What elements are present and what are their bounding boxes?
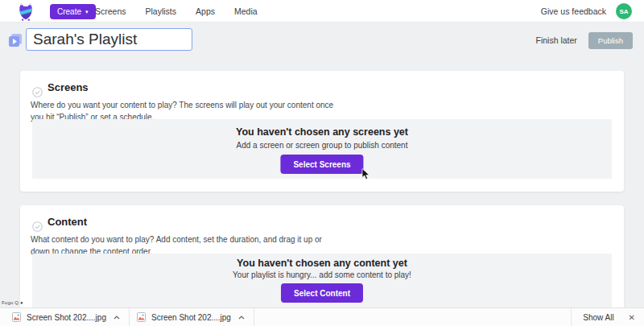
watermark-text: Fugo Q ● [2, 300, 23, 305]
screens-empty-title: You haven't chosen any screens yet [32, 126, 612, 138]
download-item[interactable]: Screen Shot 202....jpg [5, 308, 130, 326]
download-item[interactable]: Screen Shot 202....jpg [130, 308, 254, 326]
content-empty-subtitle: Your playlist is hungry... add some cont… [32, 270, 612, 279]
downloads-bar-right: Show All ✕ [571, 308, 644, 326]
close-icon[interactable]: ✕ [625, 308, 644, 326]
content-empty-title: You haven't chosen any content yet [32, 258, 612, 269]
publish-button[interactable]: Publish [588, 32, 633, 49]
nav-item-apps[interactable]: Apps [196, 6, 215, 16]
caret-up-icon[interactable] [114, 316, 120, 320]
select-content-button[interactable]: Select Content [281, 283, 363, 303]
create-button-label: Create [57, 7, 81, 16]
screens-empty-subtitle: Add a screen or screen group to publish … [32, 141, 612, 150]
user-avatar[interactable]: SA [616, 3, 632, 19]
nav-item-media[interactable]: Media [234, 6, 258, 16]
downloads-bar: Screen Shot 202....jpg Screen Shot 202..… [0, 307, 644, 326]
nav-right: Give us feedback SA [541, 0, 632, 23]
playlist-title-input[interactable] [26, 28, 192, 51]
check-circle-icon [32, 87, 43, 97]
playlist-icon [8, 33, 23, 47]
nav-item-screens[interactable]: Screens [95, 6, 126, 16]
create-button[interactable]: Create ▾ [50, 4, 96, 19]
image-file-icon [137, 312, 146, 322]
image-file-icon [12, 312, 21, 322]
fugo-logo-icon[interactable] [16, 2, 35, 21]
screens-empty-state: You haven't chosen any screens yet Add a… [32, 119, 612, 179]
top-nav: Create ▾ Screens Playlists Apps Media Gi… [0, 0, 644, 23]
nav-item-playlists[interactable]: Playlists [146, 6, 177, 16]
screens-section-title: Screens [47, 81, 89, 93]
give-feedback-link[interactable]: Give us feedback [541, 6, 606, 16]
finish-later-link[interactable]: Finish later [535, 35, 576, 45]
check-circle-icon [32, 221, 43, 232]
chevron-down-icon: ▾ [85, 9, 89, 14]
select-screens-button[interactable]: Select Screens [280, 155, 363, 174]
content-section-title: Content [47, 216, 87, 228]
screens-section-card: Screens Where do you want your content t… [20, 71, 624, 192]
nav-links: Screens Playlists Apps Media [95, 0, 258, 23]
header-actions: Finish later Publish [535, 33, 633, 47]
caret-up-icon[interactable] [238, 316, 245, 320]
show-all-button[interactable]: Show All [571, 308, 625, 326]
download-filename: Screen Shot 202....jpg [27, 313, 106, 322]
download-filename: Screen Shot 202....jpg [151, 313, 231, 322]
